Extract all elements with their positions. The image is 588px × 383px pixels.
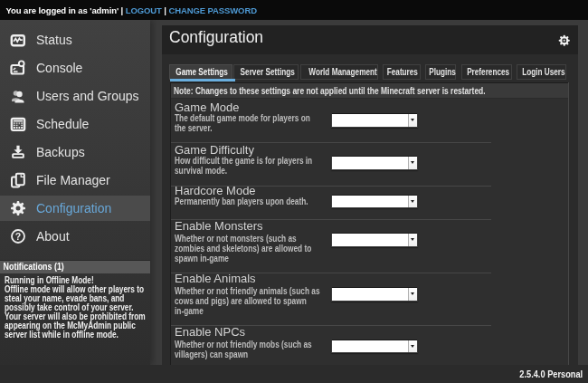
svg-text:?: ? [14, 231, 20, 242]
